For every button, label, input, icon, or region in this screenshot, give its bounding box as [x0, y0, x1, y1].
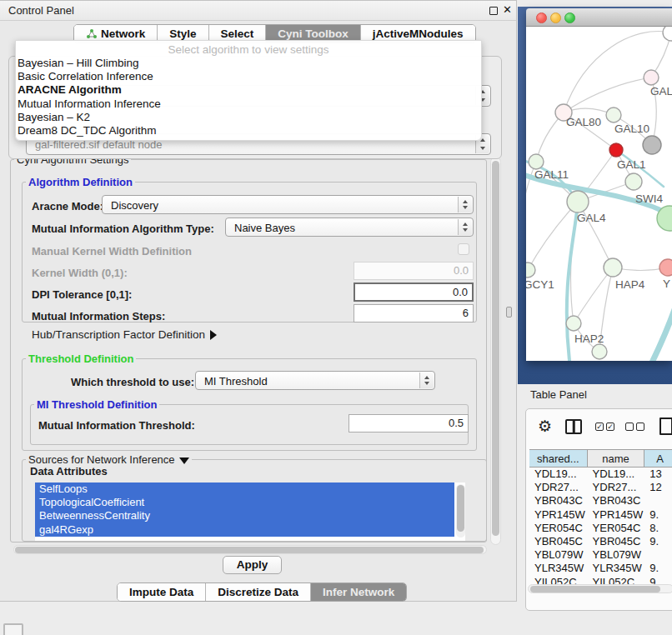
column-layout-icon[interactable] [565, 419, 582, 434]
dpi-tolerance-input[interactable]: 0.0 [354, 282, 474, 302]
panel-divider-grip[interactable] [506, 307, 512, 318]
control-panel-title: Control Panel [8, 4, 74, 17]
settings-horizontal-scrollbar[interactable] [13, 545, 487, 554]
algorithm-option[interactable]: Mutual Information Inference [16, 98, 481, 111]
table-row[interactable]: YBR043CYBR043C [529, 494, 672, 508]
network-node-gal11[interactable] [529, 154, 544, 169]
algorithm-option[interactable]: Dream8 DC_TDC Algorithm [16, 124, 481, 138]
apply-button[interactable]: Apply [223, 556, 282, 574]
network-node-gal4[interactable] [567, 191, 589, 212]
attribute-item[interactable]: SelfLoops [35, 482, 454, 496]
network-node-label: GCY1 [526, 278, 554, 291]
minimize-traffic-light-icon[interactable] [550, 12, 561, 23]
table-cell: 9. [644, 562, 672, 575]
table-cell: 8. [644, 522, 672, 535]
algorithm-option[interactable]: ARACNE Algorithm [16, 83, 481, 97]
table-row[interactable]: YPR145WYPR145W9. [529, 508, 672, 522]
table-cell: YER054C [529, 522, 588, 535]
network-node-label: GAL80 [566, 116, 601, 128]
table-cell: 9. [644, 535, 672, 548]
algorithm-dropdown-list: Bayesian – Hill ClimbingBasic Correlatio… [16, 57, 481, 138]
select-all-checkbox-icon: ✓ [606, 422, 614, 431]
combo-stepper-icon [458, 197, 472, 212]
deselect-all-checkbox-icon[interactable] [625, 422, 634, 431]
mi-threshold-input[interactable]: 0.5 [349, 414, 469, 432]
table-cell: YER054C [588, 522, 645, 535]
close-traffic-light-icon[interactable] [536, 12, 547, 23]
select-all-checkbox-icon[interactable]: ✓ [595, 422, 604, 431]
combo-stepper-icon [458, 219, 472, 235]
data-attributes-list[interactable]: SelfLoopsTopologicalCoefficientBetweenne… [35, 482, 465, 541]
which-threshold-combobox[interactable]: MI Threshold [195, 371, 435, 390]
network-node-label: SWI4 [635, 192, 663, 205]
algorithm-option[interactable]: Basic Correlation Inference [16, 70, 481, 83]
table-column-header[interactable]: name [588, 450, 645, 467]
table-cell: YLR345W [588, 562, 645, 575]
hub-definition-toggle[interactable]: Hub/Transcription Factor Definition [32, 328, 217, 341]
network-node[interactable] [643, 136, 661, 154]
network-node-gal1[interactable] [609, 143, 623, 157]
network-node[interactable] [592, 344, 607, 359]
tab-discretize-data[interactable]: Discretize Data [206, 583, 311, 601]
bottom-tabbar: Impute Data Discretize Data Infer Networ… [117, 582, 407, 602]
table-cell: 13 [644, 468, 672, 481]
table-row[interactable]: YDR27...YDR27...12 [529, 481, 672, 494]
document-icon[interactable] [659, 418, 672, 435]
network-canvas[interactable]: GALGAL80GAL10GAL1GAL11SWI4GAL4GCY1HAP4YH… [526, 27, 672, 361]
network-node-label: GAL4 [577, 212, 606, 224]
algorithm-dropdown-placeholder: Select algorithm to view settings [16, 41, 481, 57]
tab-infer-network[interactable]: Infer Network [311, 583, 406, 601]
table-row[interactable]: YDL19...YDL19...13 [529, 468, 672, 481]
data-attributes-label: Data Attributes [30, 465, 108, 478]
table-cell: YBR043C [529, 494, 588, 508]
tab-impute-data[interactable]: Impute Data [118, 583, 206, 601]
settings-vertical-scrollbar[interactable] [490, 157, 501, 545]
algorithm-dropdown-popup: Select algorithm to view settings Bayesi… [15, 40, 482, 141]
aracne-mode-combobox[interactable]: Discovery [102, 195, 474, 214]
table-row[interactable]: YLR345WYLR345W9. [529, 562, 672, 575]
control-panel-window: Control Panel ✕ Network Style Select Cyn… [0, 0, 517, 602]
close-icon[interactable]: ✕ [503, 3, 512, 16]
collapse-down-icon [179, 458, 189, 464]
network-node-label: GAL10 [614, 122, 649, 135]
network-node-gal10[interactable] [606, 108, 621, 122]
network-edge [651, 283, 672, 361]
table-cell: YDL19... [588, 468, 645, 481]
table-row[interactable]: YBR045CYBR045C9. [529, 535, 672, 548]
algorithm-option[interactable]: Bayesian – Hill Climbing [16, 57, 481, 70]
table-cell [644, 548, 672, 562]
network-node-hap2[interactable] [566, 316, 581, 331]
sources-legend[interactable]: Sources for Network Inference [26, 453, 192, 466]
network-node-label: Y [663, 278, 670, 290]
tab-network-label: Network [101, 28, 145, 40]
attribute-item[interactable]: TopologicalCoefficient [35, 496, 454, 509]
minimized-panel-icon[interactable] [3, 623, 23, 635]
network-node-gal[interactable] [644, 70, 659, 85]
mi-algorithm-type-combobox[interactable]: Naive Bayes [225, 218, 474, 237]
network-node-y[interactable] [659, 259, 672, 276]
network-node-hap4[interactable] [604, 258, 622, 277]
threshold-definition-legend: Threshold Definition [26, 352, 136, 365]
gear-icon[interactable]: ⚙ [538, 417, 552, 435]
algorithm-option[interactable]: Bayesian – K2 [16, 111, 481, 124]
attribute-item[interactable]: gal4RGexp [35, 523, 454, 537]
manual-kernel-width-checkbox[interactable] [458, 243, 469, 255]
table-row[interactable]: YER054CYER054C8. [529, 522, 672, 535]
mi-steps-input[interactable]: 6 [354, 304, 474, 322]
attribute-item[interactable]: BetweennessCentrality [35, 509, 454, 522]
attributes-scrollbar[interactable] [456, 484, 465, 538]
table-row[interactable]: YBL079WYBL079W [529, 548, 672, 562]
zoom-traffic-light-icon[interactable] [564, 12, 575, 23]
network-node-swi4[interactable] [625, 173, 642, 190]
aracne-mode-label: Aracne Mode: [32, 200, 103, 212]
kernel-width-input[interactable]: 0.0 [354, 262, 474, 280]
float-window-icon[interactable] [489, 7, 498, 15]
table-cell: YBR043C [588, 494, 645, 508]
table-column-header[interactable]: shared... [529, 450, 588, 467]
table-column-header[interactable]: A [644, 450, 672, 467]
network-node-gcy1[interactable] [526, 262, 535, 278]
combo-stepper-icon [419, 372, 434, 388]
table-horizontal-scrollbar[interactable] [528, 584, 672, 593]
network-node[interactable] [663, 27, 672, 41]
table-cell: YPR145W [529, 508, 588, 522]
